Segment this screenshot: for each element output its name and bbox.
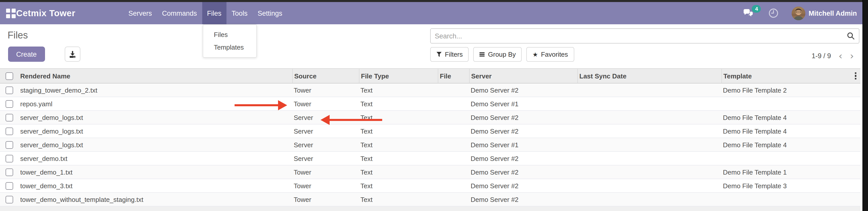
search-bar [430, 28, 859, 43]
table-row[interactable]: server_demo_logs.txt Server Text Demo Se… [0, 124, 860, 138]
cell-file-type: Text [359, 84, 438, 97]
filters-label: Filters [445, 51, 463, 58]
optional-columns-icon[interactable] [855, 72, 857, 80]
column-header-template[interactable]: Template [721, 69, 851, 83]
table-row[interactable]: repos.yaml Tower Text Demo Server #1 [0, 97, 860, 111]
dropdown-item-templates[interactable]: Templates [203, 41, 256, 54]
cell-source: Tower [292, 179, 359, 192]
pager-previous-button[interactable]: ‹ [839, 51, 842, 60]
cell-file-type: Text [359, 111, 438, 124]
export-button[interactable] [65, 47, 81, 62]
clock-icon [769, 8, 779, 18]
menu-item-servers[interactable]: Servers [123, 2, 157, 24]
table-row[interactable]: tower_demo_without_template_staging.txt … [0, 193, 860, 206]
menu-item-files[interactable]: Files [202, 2, 226, 24]
menu-item-tools[interactable]: Tools [226, 2, 252, 24]
select-all-checkbox[interactable] [5, 72, 13, 80]
cell-rendered-name: repos.yaml [19, 97, 292, 110]
cell-file-type: Text [359, 152, 438, 165]
favorites-button[interactable]: ★ Favorites [527, 47, 574, 62]
cell-source: Server [292, 152, 359, 165]
cell-last-sync-date [577, 179, 721, 192]
row-checkbox[interactable] [5, 182, 13, 189]
row-checkbox[interactable] [5, 141, 13, 149]
column-header-file-type[interactable]: File Type [359, 69, 438, 83]
cell-file [438, 179, 469, 192]
cell-server: Demo Server #2 [469, 84, 577, 97]
search-input[interactable] [431, 29, 847, 43]
search-icon[interactable] [847, 32, 855, 40]
column-header-server[interactable]: Server [469, 69, 577, 83]
cell-rendered-name: server_demo.txt [19, 152, 292, 165]
row-checkbox[interactable] [5, 155, 13, 162]
cell-template: Demo File Template 3 [721, 179, 851, 192]
column-header-rendered-name[interactable]: Rendered Name [19, 69, 292, 83]
pager-next-button[interactable]: › [850, 51, 854, 60]
cell-last-sync-date [577, 152, 721, 165]
cell-file [438, 124, 469, 138]
row-checkbox[interactable] [5, 86, 13, 94]
cell-server: Demo Server #1 [469, 97, 577, 110]
user-avatar [792, 6, 806, 20]
dropdown-item-files[interactable]: Files [203, 28, 256, 41]
cell-file [438, 111, 469, 124]
filters-button[interactable]: Filters [430, 47, 469, 62]
cell-server: Demo Server #2 [469, 193, 577, 206]
cell-server: Demo Server #2 [469, 111, 577, 124]
cell-rendered-name: server_demo_logs.txt [19, 124, 292, 138]
cell-file [438, 84, 469, 97]
table-row[interactable]: server_demo_logs.txt Server Text Demo Se… [0, 138, 860, 152]
page-title: Files [8, 30, 28, 41]
cell-source: Tower [292, 84, 359, 97]
cell-template [721, 97, 851, 110]
row-checkbox[interactable] [5, 114, 13, 121]
cell-file [438, 165, 469, 179]
top-navbar: Cetmix Tower ServersCommandsFilesToolsSe… [0, 2, 863, 24]
cell-file-type: Text [359, 179, 438, 192]
table-row[interactable]: tower_demo_3.txt Tower Text Demo Server … [0, 179, 860, 193]
column-header-last-sync-date[interactable]: Last Sync Date [577, 69, 721, 83]
create-button[interactable]: Create [8, 47, 45, 62]
group-by-label: Group By [488, 51, 516, 58]
table-row[interactable]: tower_demo_1.txt Tower Text Demo Server … [0, 165, 860, 179]
row-checkbox[interactable] [5, 195, 13, 203]
user-menu[interactable]: Mitchell Admin [792, 6, 857, 20]
table-row[interactable]: staging_tower_demo_2.txt Tower Text Demo… [0, 84, 860, 97]
column-header-file[interactable]: File [438, 69, 469, 83]
cell-last-sync-date [577, 84, 721, 97]
row-checkbox[interactable] [5, 100, 13, 108]
cell-template: Demo File Template 1 [721, 165, 851, 179]
user-name: Mitchell Admin [809, 9, 857, 17]
messages-count-badge: 4 [752, 5, 761, 13]
row-checkbox[interactable] [5, 168, 13, 176]
cell-rendered-name: server_demo_logs.txt [19, 111, 292, 124]
files-list-view: Rendered Name Source File Type File Serv… [0, 68, 860, 211]
menu-item-settings[interactable]: Settings [252, 2, 287, 24]
cell-source: Tower [292, 165, 359, 179]
table-row[interactable]: server_demo_logs.txt Server Text Demo Se… [0, 111, 860, 124]
group-by-button[interactable]: Group By [473, 47, 522, 62]
app-brand[interactable]: Cetmix Tower [16, 2, 75, 24]
column-header-source[interactable]: Source [292, 69, 359, 83]
menu-item-commands[interactable]: Commands [157, 2, 202, 24]
cell-template: Demo File Template 4 [721, 124, 851, 138]
activities-button[interactable] [769, 8, 779, 18]
cell-source: Server [292, 124, 359, 138]
cell-file [438, 138, 469, 151]
cell-template: Demo File Template 2 [721, 84, 851, 97]
cell-template: Demo File Template 4 [721, 138, 851, 151]
apps-grid-icon[interactable] [6, 9, 15, 18]
star-icon: ★ [533, 51, 538, 57]
row-checkbox[interactable] [5, 127, 13, 135]
app-window: Cetmix Tower ServersCommandsFilesToolsSe… [0, 0, 868, 211]
window-top-edge [0, 0, 868, 2]
cell-server: Demo Server #2 [469, 152, 577, 165]
cell-file [438, 193, 469, 206]
table-row[interactable]: server_demo.txt Server Text Demo Server … [0, 152, 860, 165]
navbar-systray: 4 [743, 2, 857, 24]
files-dropdown-menu: FilesTemplates [203, 24, 257, 58]
window-right-edge [862, 0, 868, 211]
cell-file-type: Text [359, 138, 438, 151]
cell-rendered-name: tower_demo_without_template_staging.txt [19, 193, 292, 206]
messages-button[interactable]: 4 [743, 9, 753, 17]
